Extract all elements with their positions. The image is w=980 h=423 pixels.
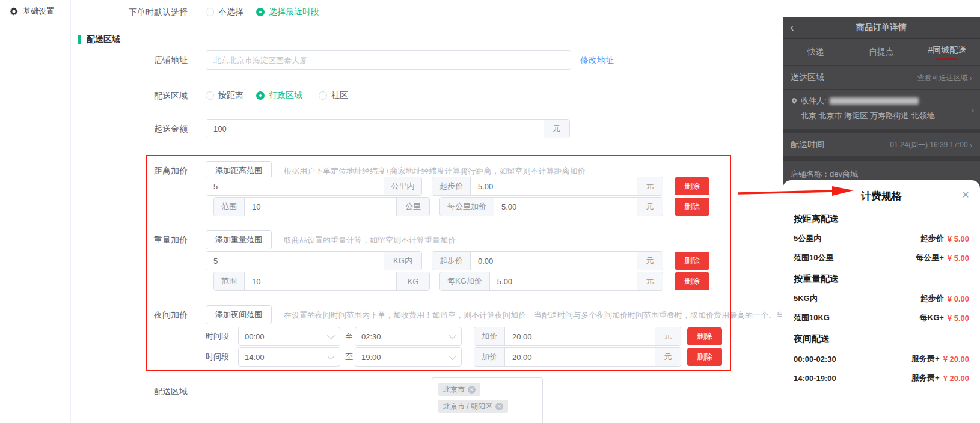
weight-row-1-price-unit: 元	[637, 252, 663, 270]
radio-by-distance[interactable]: 按距离	[206, 89, 243, 102]
phone-tabs: 快递 自提点 #同城配送	[783, 39, 980, 65]
area-tag: 北京市 / 朝阳区 ×	[438, 400, 508, 413]
distance-row-1-unit: 公里内	[384, 177, 421, 195]
select-value: 00:00	[245, 332, 265, 341]
sidebar-item-label: 基础设置	[23, 6, 54, 17]
weight-row-1-delete-button[interactable]: 删除	[675, 252, 709, 270]
distance-row-2-value-input[interactable]	[252, 202, 389, 212]
edit-address-link[interactable]: 修改地址	[580, 50, 614, 70]
distance-hint: 根据用户下单定位地址经纬度+商家地址经纬度计算骑行距离，如留空则不计算距离加价	[284, 166, 729, 177]
weight-row-2-value-input[interactable]	[252, 277, 389, 286]
weight-row-1-price-input[interactable]	[478, 257, 629, 266]
modal-section-title: 按距离配送	[794, 213, 969, 225]
night-row-1-price-unit: 元	[655, 327, 681, 345]
weight-row-2-range: 范围 KG	[213, 272, 430, 291]
distance-row-2-delete-button[interactable]: 删除	[675, 198, 709, 216]
back-chevron-icon[interactable]: ‹	[790, 19, 794, 35]
night-row-1-to-select[interactable]: 02:30	[355, 327, 462, 346]
location-pin-icon	[791, 97, 798, 105]
add-weight-range-button[interactable]: 添加重量范围	[206, 230, 272, 249]
weight-row-1-price-label: 起步价	[432, 252, 471, 270]
night-row-2-delete-button[interactable]: 删除	[687, 348, 722, 366]
delivery-area-row-label: 送达区域	[791, 72, 824, 83]
radio-label: 不选择	[218, 7, 243, 17]
night-row-1-price-label: 加价	[474, 327, 505, 345]
night-row-1-to-label: 至	[345, 327, 353, 346]
weight-row-2-range-label: 范围	[214, 272, 245, 290]
tab-express[interactable]: 快递	[783, 47, 848, 58]
weight-hint: 取商品设置的重量计算，如留空则不计算重量加价	[284, 235, 729, 246]
distance-row-2-price-input[interactable]	[501, 202, 629, 212]
close-icon[interactable]: ×	[962, 188, 969, 201]
night-row-1-delete-button[interactable]: 删除	[687, 327, 722, 345]
radio-admin-region[interactable]: 行政区域	[256, 89, 302, 102]
sidebar: 基础设置	[0, 0, 71, 423]
distance-row-1-value-input[interactable]	[213, 182, 376, 191]
weight-row-2-price-input[interactable]	[497, 277, 629, 286]
add-night-range-button[interactable]: 添加夜间范围	[206, 305, 272, 324]
night-row-2-from-select[interactable]: 14:00	[238, 347, 340, 367]
price-value: ¥ 5.00	[948, 254, 969, 263]
modal-row: 范围10公里 每公里+¥ 5.00	[794, 252, 969, 263]
view-deliverable-area-link[interactable]: 查看可送达区域	[917, 73, 968, 83]
chevron-down-icon	[449, 332, 456, 339]
store-address-input[interactable]	[213, 56, 563, 65]
delivery-area-tags-box[interactable]: 北京市 × 北京市 / 朝阳区 ×	[432, 377, 543, 423]
distance-row-1-price-input[interactable]	[478, 182, 629, 191]
tag-close-icon[interactable]: ×	[495, 403, 503, 410]
area-mode-label: 配送区域	[129, 89, 188, 102]
price-value: ¥ 5.00	[948, 314, 969, 323]
distance-row-1-range: 公里内	[206, 177, 422, 196]
distance-row-1-price-unit: 元	[637, 177, 663, 195]
radio-label: 按距离	[218, 90, 243, 101]
night-row-2-price-input[interactable]	[512, 353, 648, 362]
tab-same-city-delivery[interactable]: #同城配送	[914, 45, 980, 60]
radio-select-nearest[interactable]: 选择最近时段	[256, 5, 319, 19]
chevron-down-icon	[327, 352, 335, 360]
delivery-time-row[interactable]: 配送时间 01-24(周一) 16:39 17:00 ›	[783, 133, 980, 156]
area-tag-label: 北京市 / 朝阳区	[443, 401, 492, 412]
sidebar-item-basic-settings[interactable]: 基础设置	[0, 0, 70, 23]
radio-community[interactable]: 社区	[319, 89, 348, 102]
min-order-unit: 元	[544, 120, 569, 138]
price-value: ¥ 5.00	[948, 234, 969, 243]
modal-row: 5公里内 起步价¥ 5.00	[794, 233, 969, 244]
weight-row-1-unit: KG内	[384, 252, 421, 270]
distance-row-1-price-label: 起步价	[432, 177, 471, 195]
gear-icon	[10, 7, 18, 16]
radio-no-select[interactable]: 不选择	[206, 5, 243, 19]
tab-pickup-point[interactable]: 自提点	[848, 47, 914, 58]
price-value: ¥ 0.00	[948, 294, 969, 303]
weight-row-1-value-input[interactable]	[213, 257, 376, 266]
distance-surcharge-label: 距离加价	[129, 161, 188, 180]
weight-row-2-delete-button[interactable]: 删除	[675, 272, 709, 290]
recipient-address-row[interactable]: 收件人: 北京 北京市 海淀区 万寿路街道 北领地 ›	[783, 90, 980, 129]
night-row-2-price-label: 加价	[474, 348, 505, 366]
night-row-2-to-select[interactable]: 19:00	[355, 347, 462, 367]
night-row-1-price-input[interactable]	[512, 332, 648, 341]
distance-row-1-delete-button[interactable]: 删除	[675, 177, 709, 195]
recipient-label: 收件人:	[801, 96, 827, 106]
night-row-1-price: 加价 元	[474, 327, 681, 346]
phone-header: ‹ 商品订单详情	[783, 17, 980, 39]
weight-surcharge-label: 重量加价	[129, 230, 188, 249]
min-order-input[interactable]	[213, 124, 536, 133]
delivery-time-value: 01-24(周一) 16:39 17:00	[890, 140, 967, 150]
billing-spec-modal: 计费规格 × 按距离配送 5公里内 起步价¥ 5.00 范围10公里 每公里+¥…	[783, 180, 980, 423]
tag-close-icon[interactable]: ×	[468, 386, 476, 394]
distance-row-1-price: 起步价 元	[432, 177, 663, 196]
night-row-2-time-label: 时间段	[206, 347, 234, 367]
distance-row-2-unit: 公里	[396, 198, 429, 216]
modal-row: 00:00-02:30 服务费+¥ 20.00	[794, 353, 969, 364]
active-tab-underline	[936, 58, 958, 60]
weight-row-2-price: 每KG加价 元	[439, 272, 663, 291]
night-row-2-to-label: 至	[345, 347, 353, 367]
delivery-area-row[interactable]: 送达区域 查看可送达区域 ›	[783, 66, 980, 89]
phone-preview-panel: ‹ 商品订单详情 快递 自提点 #同城配送 送达区域 查看可送达区域 › 收件人…	[783, 17, 980, 423]
radio-circle-icon	[319, 91, 327, 100]
modal-section-distance: 按距离配送 5公里内 起步价¥ 5.00 范围10公里 每公里+¥ 5.00	[794, 213, 969, 263]
night-row-1-time-label: 时间段	[206, 327, 234, 346]
section-accent-bar	[78, 35, 81, 44]
night-row-1-from-select[interactable]: 00:00	[238, 327, 340, 346]
distance-row-2-range-label: 范围	[214, 198, 245, 216]
